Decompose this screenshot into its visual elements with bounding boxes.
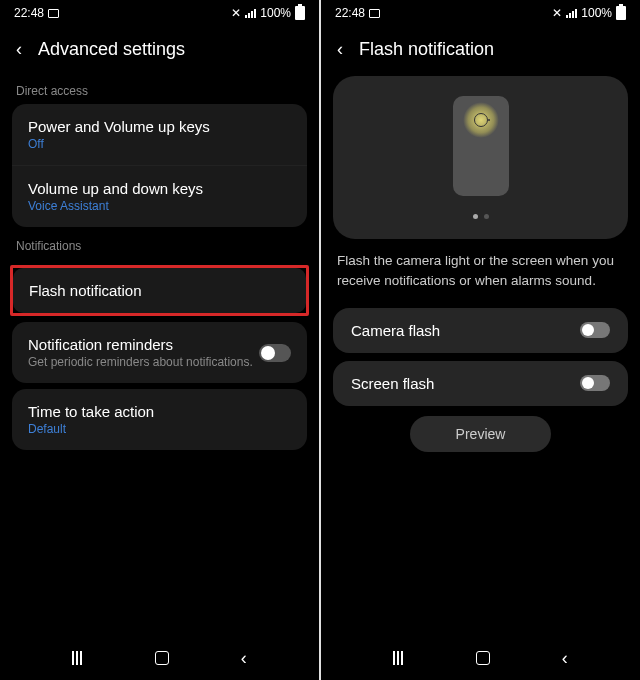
notification-reminders-card: Notification reminders Get periodic remi… [12,322,307,383]
clock: 22:48 [335,6,365,20]
pagination-dots[interactable] [473,214,489,219]
toggle-screen-flash[interactable] [580,375,610,391]
signal-icon [245,9,256,18]
status-bar: 22:48 ✕ 100% [321,0,640,26]
image-icon [48,9,59,18]
flash-notification-card: Flash notification [13,268,306,313]
section-notifications-label: Notifications [12,227,307,259]
back-icon[interactable]: ‹ [337,39,343,60]
item-power-volume-up[interactable]: Power and Volume up keys Off [12,104,307,165]
highlight-flash-notification: Flash notification [10,265,309,316]
item-title: Flash notification [29,282,142,299]
item-title: Power and Volume up keys [28,118,210,135]
clock: 22:48 [14,6,44,20]
back-nav-icon[interactable]: ‹ [562,648,568,669]
page-title: Flash notification [359,39,494,60]
item-time-to-take-action[interactable]: Time to take action Default [12,389,307,450]
navigation-bar: ‹ [0,636,319,680]
dot-2 [484,214,489,219]
recents-icon[interactable] [72,651,82,665]
item-title: Notification reminders [28,336,253,353]
status-bar: 22:48 ✕ 100% [0,0,319,26]
screen-advanced-settings: 22:48 ✕ 100% ‹ Advanced settings Direct … [0,0,319,680]
section-direct-access-label: Direct access [12,72,307,104]
navigation-bar: ‹ [321,636,640,680]
mute-icon: ✕ [231,6,241,20]
toggle-camera-flash[interactable] [580,322,610,338]
back-nav-icon[interactable]: ‹ [241,648,247,669]
item-camera-flash[interactable]: Camera flash [333,308,628,353]
toggle-notification-reminders[interactable] [259,344,291,362]
battery-percent: 100% [260,6,291,20]
item-notification-reminders[interactable]: Notification reminders Get periodic remi… [12,322,307,383]
battery-icon [616,6,626,20]
item-title: Time to take action [28,403,154,420]
home-icon[interactable] [476,651,490,665]
mute-icon: ✕ [552,6,562,20]
preview-button-row: Preview [333,416,628,452]
battery-icon [295,6,305,20]
item-title: Camera flash [351,322,440,339]
flash-glow-icon [463,102,499,138]
home-icon[interactable] [155,651,169,665]
item-subtitle: Default [28,422,154,436]
time-action-card: Time to take action Default [12,389,307,450]
item-title: Screen flash [351,375,434,392]
description-text: Flash the camera light or the screen whe… [333,251,628,308]
dot-1 [473,214,478,219]
header: ‹ Advanced settings [0,26,319,72]
item-subtitle: Get periodic reminders about notificatio… [28,355,253,369]
header: ‹ Flash notification [321,26,640,72]
item-subtitle: Voice Assistant [28,199,203,213]
item-subtitle: Off [28,137,210,151]
item-volume-up-down[interactable]: Volume up and down keys Voice Assistant [12,165,307,227]
item-screen-flash[interactable]: Screen flash [333,361,628,406]
camera-lens-icon [474,113,488,127]
direct-access-card: Power and Volume up keys Off Volume up a… [12,104,307,227]
flash-preview-card[interactable] [333,76,628,239]
signal-icon [566,9,577,18]
preview-button[interactable]: Preview [410,416,552,452]
item-title: Volume up and down keys [28,180,203,197]
back-icon[interactable]: ‹ [16,39,22,60]
item-flash-notification[interactable]: Flash notification [13,268,306,313]
battery-percent: 100% [581,6,612,20]
phone-mockup [453,96,509,196]
screen-flash-notification: 22:48 ✕ 100% ‹ Flash notification Flash … [321,0,640,680]
recents-icon[interactable] [393,651,403,665]
image-icon [369,9,380,18]
page-title: Advanced settings [38,39,185,60]
